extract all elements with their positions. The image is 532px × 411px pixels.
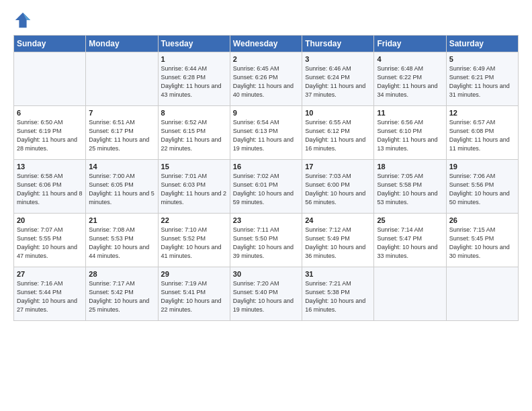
day-number: 24 [305, 216, 371, 224]
calendar-day-header: Thursday [302, 36, 374, 52]
calendar-cell: 30Sunrise: 7:20 AM Sunset: 5:40 PM Dayli… [230, 267, 302, 321]
day-number: 30 [233, 270, 299, 278]
cell-content: Sunrise: 6:45 AM Sunset: 6:26 PM Dayligh… [233, 64, 299, 99]
calendar-week-row: 6Sunrise: 6:50 AM Sunset: 6:19 PM Daylig… [14, 106, 519, 160]
calendar-cell [14, 52, 86, 106]
cell-content: Sunrise: 7:10 AM Sunset: 5:52 PM Dayligh… [161, 226, 227, 261]
cell-content: Sunrise: 7:07 AM Sunset: 5:55 PM Dayligh… [17, 226, 83, 261]
calendar-day-header: Tuesday [158, 36, 230, 52]
cell-content: Sunrise: 7:01 AM Sunset: 6:03 PM Dayligh… [161, 172, 227, 207]
day-number: 7 [89, 109, 154, 117]
calendar-cell: 29Sunrise: 7:19 AM Sunset: 5:41 PM Dayli… [158, 267, 230, 321]
calendar-cell: 7Sunrise: 6:51 AM Sunset: 6:17 PM Daylig… [86, 106, 158, 160]
calendar-cell: 25Sunrise: 7:14 AM Sunset: 5:47 PM Dayli… [374, 214, 446, 267]
calendar-cell: 20Sunrise: 7:07 AM Sunset: 5:55 PM Dayli… [14, 214, 86, 267]
page: SundayMondayTuesdayWednesdayThursdayFrid… [0, 0, 532, 411]
calendar-day-header: Friday [374, 36, 446, 52]
cell-content: Sunrise: 6:51 AM Sunset: 6:17 PM Dayligh… [89, 118, 154, 153]
day-number: 8 [161, 109, 227, 117]
calendar-cell: 5Sunrise: 6:49 AM Sunset: 6:21 PM Daylig… [446, 52, 518, 106]
day-number: 12 [449, 109, 515, 117]
calendar-cell: 16Sunrise: 7:02 AM Sunset: 6:01 PM Dayli… [230, 160, 302, 214]
calendar-week-row: 27Sunrise: 7:16 AM Sunset: 5:44 PM Dayli… [14, 267, 519, 321]
day-number: 2 [233, 55, 299, 63]
cell-content: Sunrise: 6:57 AM Sunset: 6:08 PM Dayligh… [449, 118, 515, 153]
calendar-day-header: Monday [86, 36, 158, 52]
day-number: 13 [17, 163, 83, 171]
calendar-cell: 27Sunrise: 7:16 AM Sunset: 5:44 PM Dayli… [14, 267, 86, 321]
cell-content: Sunrise: 7:11 AM Sunset: 5:50 PM Dayligh… [233, 226, 299, 261]
cell-content: Sunrise: 7:15 AM Sunset: 5:45 PM Dayligh… [449, 226, 515, 261]
day-number: 3 [305, 55, 371, 63]
day-number: 31 [305, 270, 371, 278]
logo [13, 11, 35, 30]
calendar-cell: 13Sunrise: 6:58 AM Sunset: 6:06 PM Dayli… [14, 160, 86, 214]
cell-content: Sunrise: 6:54 AM Sunset: 6:13 PM Dayligh… [233, 118, 299, 153]
calendar-cell: 15Sunrise: 7:01 AM Sunset: 6:03 PM Dayli… [158, 160, 230, 214]
day-number: 26 [449, 216, 515, 224]
calendar-cell: 31Sunrise: 7:21 AM Sunset: 5:38 PM Dayli… [302, 267, 374, 321]
header [13, 11, 519, 30]
cell-content: Sunrise: 6:48 AM Sunset: 6:22 PM Dayligh… [377, 64, 443, 99]
calendar-week-row: 13Sunrise: 6:58 AM Sunset: 6:06 PM Dayli… [14, 160, 519, 214]
cell-content: Sunrise: 7:14 AM Sunset: 5:47 PM Dayligh… [377, 226, 443, 261]
calendar-cell: 21Sunrise: 7:08 AM Sunset: 5:53 PM Dayli… [86, 214, 158, 267]
day-number: 22 [161, 216, 227, 224]
cell-content: Sunrise: 7:02 AM Sunset: 6:01 PM Dayligh… [233, 172, 299, 207]
calendar-cell: 10Sunrise: 6:55 AM Sunset: 6:12 PM Dayli… [302, 106, 374, 160]
cell-content: Sunrise: 6:44 AM Sunset: 6:28 PM Dayligh… [161, 64, 227, 99]
logo-icon [13, 11, 32, 30]
calendar-day-header: Sunday [14, 36, 86, 52]
day-number: 17 [305, 163, 371, 171]
calendar-cell [86, 52, 158, 106]
calendar-cell: 1Sunrise: 6:44 AM Sunset: 6:28 PM Daylig… [158, 52, 230, 106]
cell-content: Sunrise: 7:08 AM Sunset: 5:53 PM Dayligh… [89, 226, 154, 261]
cell-content: Sunrise: 6:55 AM Sunset: 6:12 PM Dayligh… [305, 118, 371, 153]
cell-content: Sunrise: 7:16 AM Sunset: 5:44 PM Dayligh… [17, 279, 83, 314]
calendar-cell: 26Sunrise: 7:15 AM Sunset: 5:45 PM Dayli… [446, 214, 518, 267]
day-number: 23 [233, 216, 299, 224]
calendar-cell: 17Sunrise: 7:03 AM Sunset: 6:00 PM Dayli… [302, 160, 374, 214]
calendar-cell: 11Sunrise: 6:56 AM Sunset: 6:10 PM Dayli… [374, 106, 446, 160]
day-number: 15 [161, 163, 227, 171]
day-number: 11 [377, 109, 443, 117]
calendar-cell: 19Sunrise: 7:06 AM Sunset: 5:56 PM Dayli… [446, 160, 518, 214]
cell-content: Sunrise: 7:06 AM Sunset: 5:56 PM Dayligh… [449, 172, 515, 207]
calendar-cell [446, 267, 518, 321]
day-number: 6 [17, 109, 83, 117]
cell-content: Sunrise: 6:46 AM Sunset: 6:24 PM Dayligh… [305, 64, 371, 99]
day-number: 5 [449, 55, 515, 63]
calendar-cell: 12Sunrise: 6:57 AM Sunset: 6:08 PM Dayli… [446, 106, 518, 160]
cell-content: Sunrise: 6:52 AM Sunset: 6:15 PM Dayligh… [161, 118, 227, 153]
cell-content: Sunrise: 6:56 AM Sunset: 6:10 PM Dayligh… [377, 118, 443, 153]
cell-content: Sunrise: 7:00 AM Sunset: 6:05 PM Dayligh… [89, 172, 154, 207]
calendar-table: SundayMondayTuesdayWednesdayThursdayFrid… [13, 35, 519, 321]
day-number: 16 [233, 163, 299, 171]
calendar-day-header: Saturday [446, 36, 518, 52]
day-number: 25 [377, 216, 443, 224]
day-number: 19 [449, 163, 515, 171]
day-number: 29 [161, 270, 227, 278]
cell-content: Sunrise: 7:12 AM Sunset: 5:49 PM Dayligh… [305, 226, 371, 261]
calendar-cell: 4Sunrise: 6:48 AM Sunset: 6:22 PM Daylig… [374, 52, 446, 106]
calendar-cell: 2Sunrise: 6:45 AM Sunset: 6:26 PM Daylig… [230, 52, 302, 106]
day-number: 9 [233, 109, 299, 117]
calendar-cell: 24Sunrise: 7:12 AM Sunset: 5:49 PM Dayli… [302, 214, 374, 267]
calendar-cell: 9Sunrise: 6:54 AM Sunset: 6:13 PM Daylig… [230, 106, 302, 160]
calendar-cell: 3Sunrise: 6:46 AM Sunset: 6:24 PM Daylig… [302, 52, 374, 106]
cell-content: Sunrise: 6:49 AM Sunset: 6:21 PM Dayligh… [449, 64, 515, 99]
calendar-week-row: 20Sunrise: 7:07 AM Sunset: 5:55 PM Dayli… [14, 214, 519, 267]
calendar-cell: 8Sunrise: 6:52 AM Sunset: 6:15 PM Daylig… [158, 106, 230, 160]
calendar-cell: 6Sunrise: 6:50 AM Sunset: 6:19 PM Daylig… [14, 106, 86, 160]
day-number: 20 [17, 216, 83, 224]
calendar-cell: 18Sunrise: 7:05 AM Sunset: 5:58 PM Dayli… [374, 160, 446, 214]
cell-content: Sunrise: 7:17 AM Sunset: 5:42 PM Dayligh… [89, 279, 154, 314]
cell-content: Sunrise: 7:03 AM Sunset: 6:00 PM Dayligh… [305, 172, 371, 207]
day-number: 21 [89, 216, 154, 224]
calendar-cell: 28Sunrise: 7:17 AM Sunset: 5:42 PM Dayli… [86, 267, 158, 321]
calendar-cell: 14Sunrise: 7:00 AM Sunset: 6:05 PM Dayli… [86, 160, 158, 214]
day-number: 28 [89, 270, 154, 278]
calendar-header-row: SundayMondayTuesdayWednesdayThursdayFrid… [14, 36, 519, 52]
calendar-cell: 23Sunrise: 7:11 AM Sunset: 5:50 PM Dayli… [230, 214, 302, 267]
day-number: 10 [305, 109, 371, 117]
